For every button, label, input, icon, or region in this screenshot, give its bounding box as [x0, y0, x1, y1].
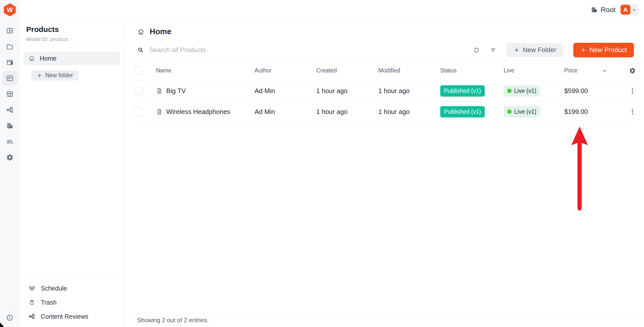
live-dot-icon — [507, 110, 511, 114]
sidebar-item-label: Content Reviews — [41, 313, 88, 320]
live-badge: Live (v1) — [504, 85, 540, 97]
entry-name-cell[interactable]: Big TV — [156, 87, 255, 95]
refresh-button[interactable] — [470, 44, 483, 57]
new-folder-button-label: New Folder — [523, 46, 556, 54]
status-badge: Published (v1) — [440, 85, 485, 97]
breadcrumb: Home — [124, 20, 644, 36]
sidebar-title: Products — [26, 25, 117, 34]
table-header-row: Name Author Created Modified Status Live… — [135, 61, 639, 80]
icon-rail: W — [0, 0, 20, 327]
entry-status-cell: Published (v1) — [440, 106, 504, 117]
entries-table: Name Author Created Modified Status Live… — [124, 61, 644, 122]
rail-divider — [4, 19, 16, 20]
top-bar: Root A — [20, 0, 644, 20]
broadcast-icon — [28, 285, 36, 292]
form-builder-icon[interactable] — [3, 55, 17, 70]
gear-icon[interactable] — [629, 67, 636, 74]
avatar: A — [621, 5, 630, 15]
entry-author: Ad Min — [255, 87, 316, 95]
workspace-selector[interactable]: Root — [591, 6, 616, 14]
table-settings-cell — [610, 67, 639, 74]
workflow-icon — [28, 313, 36, 320]
sidebar-header: Products Model ID: product — [20, 20, 124, 47]
main-content: Home New Folder — [124, 20, 644, 327]
sidebar-subtitle: Model ID: product — [26, 36, 117, 42]
entry-author: Ad Min — [255, 108, 316, 116]
info-icon[interactable] — [3, 310, 17, 325]
row-checkbox[interactable] — [135, 107, 143, 116]
column-header-status[interactable]: Status — [440, 67, 504, 74]
new-product-button[interactable]: New Product — [573, 43, 634, 57]
kebab-menu-icon[interactable] — [629, 108, 636, 115]
folder-tree: Home New folder — [20, 47, 124, 85]
home-icon — [28, 55, 35, 62]
sidebar-bottom: Schedule Trash Content Reviews — [20, 278, 124, 327]
sidebar-item-label: Trash — [41, 299, 57, 306]
plus-icon — [580, 47, 586, 53]
rail-bottom-divider — [4, 308, 16, 308]
table-row[interactable]: Big TV Ad Min 1 hour ago 1 hour ago Publ… — [135, 80, 639, 101]
page-builder-icon[interactable] — [3, 87, 17, 101]
header-select-cell — [135, 66, 156, 75]
audit-logs-icon[interactable] — [3, 134, 17, 149]
live-badge: Live (v1) — [504, 106, 540, 117]
table-row[interactable]: Wireless Headphones Ad Min 1 hour ago 1 … — [135, 101, 639, 122]
sidebar: Products Model ID: product Home New fold… — [20, 20, 124, 327]
entry-name: Big TV — [166, 87, 186, 95]
row-select-cell — [135, 87, 156, 95]
file-manager-icon[interactable] — [3, 39, 17, 54]
search-icon — [137, 47, 144, 54]
entries-count: Showing 2 out of 2 entries. — [137, 317, 209, 324]
entry-status-cell: Published (v1) — [440, 85, 504, 97]
toolbar: New Folder New Product — [124, 39, 644, 61]
new-product-button-label: New Product — [589, 46, 627, 54]
cursor-artifact — [0, 322, 4, 327]
sidebar-item-content-reviews[interactable]: Content Reviews — [24, 309, 120, 323]
live-dot-icon — [507, 89, 511, 93]
row-select-cell — [135, 107, 156, 116]
select-all-checkbox[interactable] — [135, 66, 143, 75]
sidebar-item-trash[interactable]: Trash — [24, 295, 120, 309]
chevron-down-icon[interactable] — [601, 67, 608, 74]
sidebar-item-label: Home — [40, 55, 57, 62]
sidebar-item-schedule[interactable]: Schedule — [24, 281, 120, 295]
tenant-manager-icon[interactable] — [3, 118, 17, 133]
new-folder-button[interactable]: New Folder — [507, 43, 563, 57]
entry-name: Wireless Headphones — [166, 108, 230, 116]
home-icon — [137, 28, 145, 35]
row-actions-cell — [610, 108, 639, 115]
plus-icon — [37, 73, 42, 78]
file-text-icon — [156, 108, 163, 115]
plus-icon — [514, 47, 520, 53]
building-icon — [591, 6, 598, 13]
entry-modified: 1 hour ago — [378, 87, 440, 95]
entry-live-cell: Live (v1) — [504, 85, 564, 97]
column-header-name[interactable]: Name — [156, 67, 255, 74]
trash-icon — [28, 299, 36, 306]
entry-price: $199.00 — [564, 108, 610, 116]
kebab-menu-icon[interactable] — [629, 87, 636, 94]
filter-button[interactable] — [487, 44, 500, 57]
search-input[interactable] — [149, 46, 466, 54]
column-header-price[interactable]: Price — [564, 67, 610, 74]
column-header-author[interactable]: Author — [255, 67, 316, 74]
status-badge: Published (v1) — [440, 106, 485, 117]
search-bar — [137, 46, 466, 54]
dashboard-icon[interactable] — [3, 23, 17, 38]
sidebar-item-home[interactable]: Home — [24, 52, 120, 65]
sidebar-item-label: Schedule — [41, 285, 67, 292]
entry-name-cell[interactable]: Wireless Headphones — [156, 108, 255, 116]
workflow-icon[interactable] — [3, 103, 17, 117]
settings-icon[interactable] — [3, 150, 17, 165]
webiny-logo[interactable]: W — [3, 3, 16, 16]
new-folder-sidebar-button[interactable]: New folder — [31, 70, 78, 80]
new-folder-sidebar-label: New folder — [45, 72, 73, 79]
row-checkbox[interactable] — [135, 87, 143, 95]
entry-created: 1 hour ago — [316, 87, 378, 95]
column-header-modified[interactable]: Modified — [378, 67, 440, 74]
user-menu[interactable]: A — [620, 4, 638, 16]
column-header-live[interactable]: Live — [504, 67, 564, 74]
column-header-created[interactable]: Created — [316, 67, 378, 74]
headless-cms-icon[interactable] — [3, 71, 17, 86]
rail-nav — [3, 22, 17, 165]
